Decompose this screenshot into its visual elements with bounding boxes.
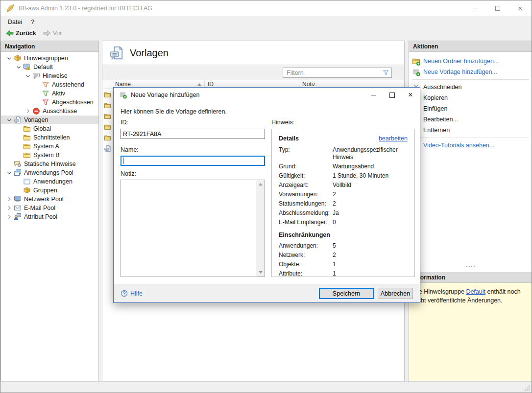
nav-label: Schnittstellen	[33, 134, 70, 141]
chevron-right-icon[interactable]	[6, 205, 13, 211]
chevron-down-icon[interactable]	[6, 55, 13, 62]
maximize-button[interactable]	[486, 0, 509, 16]
sort-ascending-icon	[197, 83, 201, 86]
restrictions-heading: Einschränkungen	[279, 231, 408, 238]
filter-box	[283, 68, 392, 78]
package-icon	[14, 54, 22, 62]
template-add-icon	[119, 91, 127, 99]
chevron-right-icon[interactable]	[6, 213, 13, 220]
filter-strip	[102, 65, 404, 80]
nav-label: System A	[33, 143, 59, 150]
action-copy[interactable]: Kopieren	[409, 92, 532, 103]
name-field[interactable]	[121, 156, 265, 166]
action-video-tutorials[interactable]: Video-Tutorials ansehen...	[409, 140, 532, 151]
help-link[interactable]: Hilfe	[121, 290, 143, 297]
folder-icon	[104, 102, 111, 109]
column-icon[interactable]	[102, 80, 112, 89]
resize-grip-icon[interactable]	[524, 385, 531, 392]
detail-row: Vorwarnungen:2	[279, 191, 408, 198]
nav-item-system-b[interactable]: System B	[1, 151, 98, 160]
attribute-icon	[14, 213, 22, 221]
detail-row: Anzeigeart:Vollbild	[279, 182, 408, 189]
nav-item-email-pool[interactable]: E-Mail Pool	[1, 204, 98, 212]
id-field[interactable]	[121, 129, 265, 139]
default-group-link[interactable]: Default	[466, 288, 485, 295]
nav-item-aktiv[interactable]: Aktiv	[1, 89, 98, 98]
window-titlebar[interactable]: IBI-aws Admin 1.23.0 - registriert für I…	[0, 0, 532, 16]
nav-item-schnittstellen[interactable]: Schnittstellen	[1, 133, 98, 142]
dialog-titlebar[interactable]: Neue Vorlage hinzufügen ×	[114, 88, 420, 102]
folder-icon	[23, 151, 31, 159]
menu-datei[interactable]: Datei	[3, 16, 26, 28]
nav-item-attribut-pool[interactable]: Attribut Pool	[1, 212, 98, 221]
forward-button[interactable]: Vor	[41, 28, 65, 39]
static-hint-icon	[14, 160, 22, 168]
nav-item-default[interactable]: Default	[1, 63, 98, 71]
comment-icon	[32, 72, 40, 80]
chevron-right-icon[interactable]	[6, 196, 13, 203]
nav-label: E-Mail Pool	[24, 205, 55, 211]
nav-item-vorlagen[interactable]: Vorlagen	[1, 116, 98, 124]
save-button[interactable]: Speichern	[319, 288, 374, 299]
nav-item-ausschluesse[interactable]: Ausschlüsse	[1, 107, 98, 116]
cancel-button[interactable]: Abbrechen	[378, 288, 413, 299]
action-remove[interactable]: Entfernen	[409, 125, 532, 136]
package-icon	[23, 186, 31, 194]
nav-label: Gruppen	[33, 187, 57, 194]
action-paste[interactable]: Einfügen	[409, 103, 532, 114]
dialog-maximize-button[interactable]	[383, 88, 401, 102]
hinweis-details-box: Details bearbeiten Typ:Anwendungsspezifi…	[271, 129, 415, 277]
action-edit[interactable]: Bearbeiten...	[409, 114, 532, 125]
dialog-close-button[interactable]: ×	[401, 88, 420, 102]
nav-item-gruppen[interactable]: Gruppen	[1, 186, 98, 195]
scroll-down-button[interactable]	[256, 268, 265, 277]
close-button[interactable]: ×	[509, 0, 532, 16]
statusbar	[0, 381, 532, 393]
template-icon	[14, 116, 22, 124]
chevron-right-icon[interactable]	[24, 108, 31, 115]
nav-item-anwendungen[interactable]: Anwendungen	[1, 177, 98, 186]
nav-item-hinweise[interactable]: Hinweise	[1, 71, 98, 80]
scroll-up-button[interactable]	[256, 180, 265, 188]
nav-item-abgeschlossen[interactable]: Abgeschlossen	[1, 98, 98, 107]
filter-input[interactable]	[283, 69, 382, 76]
separator	[412, 79, 529, 80]
restriction-row: Objekte:1	[279, 261, 408, 268]
chevron-down-icon[interactable]	[15, 64, 22, 70]
template-icon	[104, 145, 111, 152]
chevron-down-icon[interactable]	[6, 169, 13, 176]
nav-item-system-a[interactable]: System A	[1, 142, 98, 151]
nav-label: Ausstehend	[52, 81, 84, 88]
chevron-down-icon[interactable]	[6, 116, 13, 123]
minimize-button[interactable]	[464, 0, 486, 16]
bearbeiten-link[interactable]: bearbeiten	[379, 135, 408, 142]
notiz-textarea[interactable]	[121, 180, 265, 277]
menu-help[interactable]: ?	[26, 16, 39, 28]
actions-panel: Aktionen Neuen Ordner hinzufügen... Neue…	[409, 41, 532, 381]
nav-item-statische-hinweise[interactable]: Statische Hinweise	[1, 160, 98, 168]
scroll-down-icon	[259, 271, 263, 274]
filter-funnel-icon[interactable]	[382, 69, 389, 76]
information-panel: Die Hinweisgruppe Default enthält noch n…	[409, 283, 532, 381]
nav-item-netzwerk-pool[interactable]: Netzwerk Pool	[1, 195, 98, 204]
nav-item-hinweisgruppen[interactable]: Hinweisgruppen	[1, 54, 98, 63]
details-heading: Details	[279, 135, 299, 142]
maximize-icon	[389, 92, 395, 98]
id-label: ID:	[121, 119, 128, 126]
action-new-template[interactable]: Neue Vorlage hinzufügen...	[409, 67, 532, 77]
dialog-minimize-button[interactable]	[364, 88, 383, 102]
maximize-icon	[495, 6, 500, 11]
nav-item-global[interactable]: Global	[1, 124, 98, 133]
action-new-folder[interactable]: Neuen Ordner hinzufügen...	[409, 56, 532, 67]
mail-icon	[14, 204, 22, 212]
splitter-handle[interactable]	[409, 264, 532, 268]
nav-item-anwendungs-pool[interactable]: Anwendungs Pool	[1, 168, 98, 177]
scrollbar[interactable]	[256, 180, 265, 277]
chevron-down-icon[interactable]	[24, 72, 31, 79]
folder-icon	[23, 142, 31, 150]
monitor-warning-icon	[23, 63, 31, 71]
back-button[interactable]: Zurück	[3, 28, 39, 39]
action-cut[interactable]: Ausschneiden	[409, 82, 532, 92]
navigation-header: Navigation	[1, 41, 98, 52]
nav-item-ausstehend[interactable]: Ausstehend	[1, 80, 98, 89]
